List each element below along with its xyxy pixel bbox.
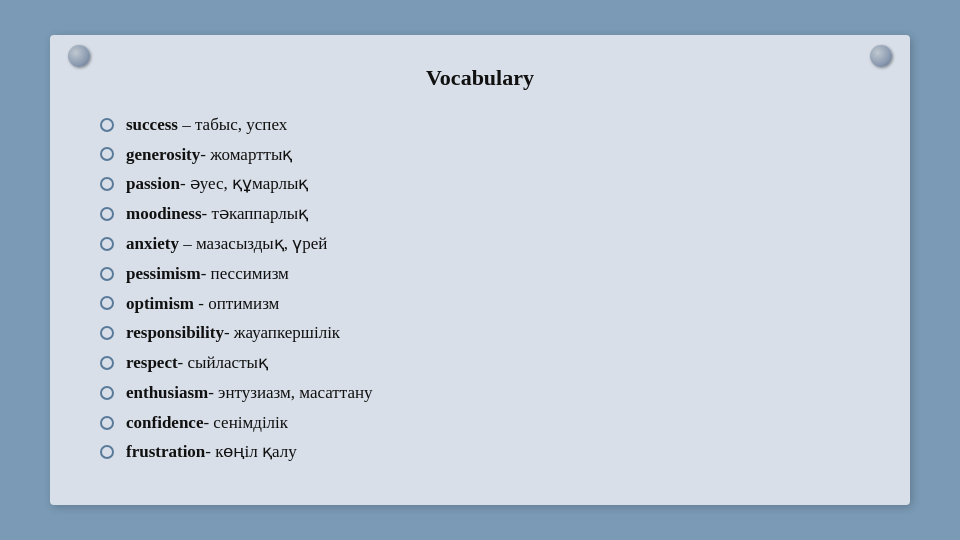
list-item: moodiness- тәкаппарлық bbox=[100, 202, 860, 226]
bullet-icon bbox=[100, 296, 114, 310]
bullet-icon bbox=[100, 267, 114, 281]
bullet-icon bbox=[100, 177, 114, 191]
english-word: optimism bbox=[126, 294, 194, 313]
bullet-icon bbox=[100, 386, 114, 400]
bullet-icon bbox=[100, 416, 114, 430]
card-title: Vocabulary bbox=[100, 65, 860, 91]
english-word: pessimism bbox=[126, 264, 201, 283]
english-word: generosity bbox=[126, 145, 200, 164]
bullet-icon bbox=[100, 118, 114, 132]
list-item: anxiety – мазасыздық, үрей bbox=[100, 232, 860, 256]
list-item: passion- әуес, құмарлық bbox=[100, 172, 860, 196]
english-word: respect bbox=[126, 353, 178, 372]
bullet-icon bbox=[100, 356, 114, 370]
vocabulary-list: success – табыс, успехgenerosity- жомарт… bbox=[100, 113, 860, 465]
english-word: enthusiasm bbox=[126, 383, 208, 402]
english-word: frustration bbox=[126, 442, 205, 461]
list-item: responsibility- жауапкершілік bbox=[100, 321, 860, 345]
bullet-icon bbox=[100, 237, 114, 251]
english-word: passion bbox=[126, 174, 180, 193]
entry-text: optimism - оптимизм bbox=[126, 292, 279, 316]
list-item: optimism - оптимизм bbox=[100, 292, 860, 316]
list-item: enthusiasm- энтузиазм, масаттану bbox=[100, 381, 860, 405]
entry-text: confidence- сенімділік bbox=[126, 411, 288, 435]
english-word: anxiety bbox=[126, 234, 179, 253]
entry-text: success – табыс, успех bbox=[126, 113, 287, 137]
pin-top-left bbox=[68, 45, 90, 67]
entry-text: frustration- көңіл қалу bbox=[126, 440, 297, 464]
list-item: pessimism- пессимизм bbox=[100, 262, 860, 286]
entry-text: responsibility- жауапкершілік bbox=[126, 321, 340, 345]
list-item: frustration- көңіл қалу bbox=[100, 440, 860, 464]
bullet-icon bbox=[100, 147, 114, 161]
entry-text: generosity- жомарттық bbox=[126, 143, 292, 167]
entry-text: pessimism- пессимизм bbox=[126, 262, 289, 286]
bullet-icon bbox=[100, 207, 114, 221]
bullet-icon bbox=[100, 326, 114, 340]
entry-text: anxiety – мазасыздық, үрей bbox=[126, 232, 327, 256]
list-item: confidence- сенімділік bbox=[100, 411, 860, 435]
english-word: responsibility bbox=[126, 323, 224, 342]
english-word: success bbox=[126, 115, 178, 134]
list-item: generosity- жомарттық bbox=[100, 143, 860, 167]
entry-text: moodiness- тәкаппарлық bbox=[126, 202, 308, 226]
list-item: respect- сыйластық bbox=[100, 351, 860, 375]
entry-text: enthusiasm- энтузиазм, масаттану bbox=[126, 381, 373, 405]
english-word: confidence bbox=[126, 413, 203, 432]
english-word: moodiness bbox=[126, 204, 202, 223]
entry-text: respect- сыйластық bbox=[126, 351, 268, 375]
bullet-icon bbox=[100, 445, 114, 459]
entry-text: passion- әуес, құмарлық bbox=[126, 172, 308, 196]
pin-top-right bbox=[870, 45, 892, 67]
list-item: success – табыс, успех bbox=[100, 113, 860, 137]
vocabulary-card: Vocabulary success – табыс, успехgeneros… bbox=[50, 35, 910, 506]
